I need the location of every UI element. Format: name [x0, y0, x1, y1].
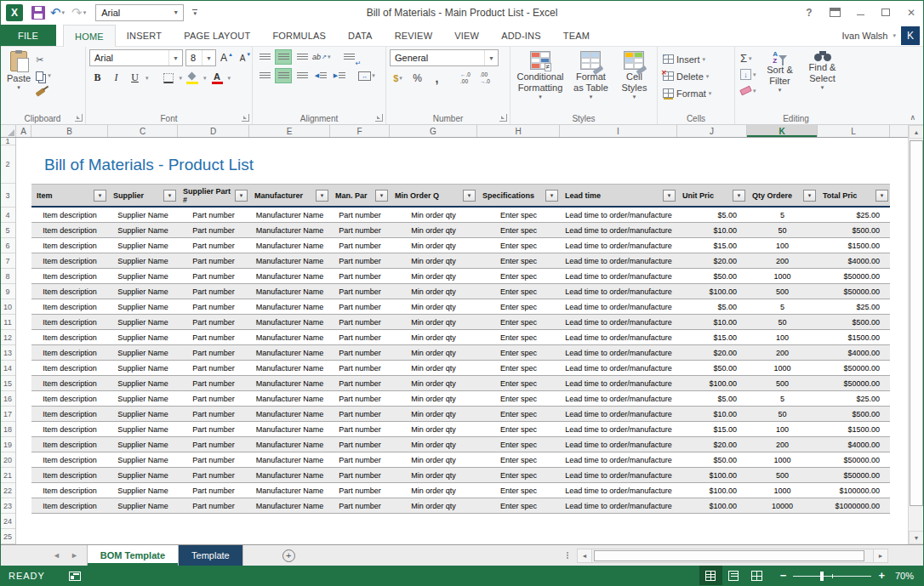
table-cell[interactable]: $50000.00: [818, 269, 890, 283]
table-cell[interactable]: Part number: [178, 483, 249, 498]
table-cell[interactable]: Part number: [178, 284, 249, 299]
table-cell[interactable]: Enter spec: [477, 330, 560, 344]
row-header-3[interactable]: 3: [0, 184, 15, 208]
table-cell[interactable]: Item description: [31, 498, 108, 513]
alignment-dialog-launcher[interactable]: [375, 114, 383, 122]
sheet-nav-right-icon[interactable]: ►: [71, 551, 78, 560]
tab-file[interactable]: FILE: [0, 25, 56, 46]
table-cell[interactable]: $20.00: [677, 253, 747, 268]
table-cell[interactable]: $50.00: [677, 269, 747, 283]
minimize-button[interactable]: [847, 0, 873, 25]
filter-dropdown-button[interactable]: ▼: [94, 190, 106, 202]
table-cell[interactable]: Part number: [330, 208, 390, 222]
table-cell[interactable]: Supplier Name: [108, 468, 178, 482]
middle-align-button[interactable]: [275, 49, 292, 65]
table-cell[interactable]: Supplier Name: [108, 422, 178, 436]
table-cell[interactable]: Part number: [330, 345, 390, 360]
undo-button[interactable]: ↶▾: [48, 3, 66, 22]
table-cell[interactable]: Item description: [31, 345, 108, 360]
table-cell[interactable]: Part number: [178, 468, 249, 482]
normal-view-button[interactable]: [699, 566, 722, 586]
table-cell[interactable]: Min order qty: [390, 452, 477, 467]
table-cell[interactable]: $25.00: [818, 299, 890, 314]
table-cell[interactable]: Min order qty: [390, 330, 477, 344]
table-cell[interactable]: Part number: [178, 376, 249, 390]
table-cell[interactable]: Part number: [330, 498, 390, 513]
qat-customize-button[interactable]: ▾: [192, 9, 197, 15]
chevron-down-icon[interactable]: ▾: [821, 84, 824, 91]
copy-button[interactable]: ▾: [34, 69, 53, 82]
table-cell[interactable]: Supplier Name: [108, 498, 178, 513]
table-cell[interactable]: Item description: [31, 376, 108, 390]
table-cell[interactable]: Part number: [330, 437, 390, 452]
table-cell[interactable]: Part number: [330, 284, 390, 299]
table-cell[interactable]: Enter spec: [477, 468, 560, 482]
column-header-J[interactable]: J: [677, 125, 747, 137]
chevron-down-icon[interactable]: ▼: [168, 9, 183, 15]
table-cell[interactable]: 100: [747, 238, 818, 253]
row-header-12[interactable]: 12: [0, 330, 15, 345]
table-cell[interactable]: Part number: [330, 299, 390, 314]
table-cell[interactable]: Lead time to order/manufacture: [560, 391, 677, 406]
chevron-down-icon[interactable]: ▾: [633, 94, 636, 100]
chevron-down-icon[interactable]: ▾: [749, 55, 752, 62]
bom-column-header[interactable]: Item▼: [31, 185, 108, 206]
table-cell[interactable]: $500.00: [818, 315, 890, 329]
table-cell[interactable]: Enter spec: [477, 315, 560, 329]
table-cell[interactable]: Lead time to order/manufacture: [560, 407, 677, 421]
table-cell[interactable]: Enter spec: [477, 238, 560, 253]
table-cell[interactable]: Supplier Name: [108, 452, 178, 467]
accounting-format-button[interactable]: $▾: [390, 70, 406, 86]
filter-dropdown-button[interactable]: ▼: [463, 190, 476, 202]
table-cell[interactable]: Part number: [330, 407, 390, 421]
table-cell[interactable]: Part number: [330, 452, 390, 467]
table-cell[interactable]: Item description: [31, 437, 108, 452]
table-cell[interactable]: $5.00: [677, 391, 747, 406]
column-header-F[interactable]: F: [330, 125, 390, 137]
table-cell[interactable]: Lead time to order/manufacture: [560, 437, 677, 452]
fill-color-button[interactable]: [185, 70, 201, 86]
bottom-align-button[interactable]: [294, 49, 311, 65]
chevron-down-icon[interactable]: ▾: [203, 75, 207, 82]
table-cell[interactable]: $500.00: [818, 407, 890, 421]
table-cell[interactable]: Lead time to order/manufacture: [560, 422, 677, 436]
table-cell[interactable]: $50000.00: [818, 376, 890, 390]
table-cell[interactable]: 1000: [747, 361, 818, 375]
filter-dropdown-button[interactable]: ▼: [375, 190, 388, 202]
table-cell[interactable]: Item description: [31, 269, 108, 283]
zoom-out-button[interactable]: −: [780, 572, 787, 580]
number-format-combobox[interactable]: General▼: [390, 49, 499, 66]
cell-styles-button[interactable]: Cell Styles ▾: [615, 49, 653, 112]
table-cell[interactable]: Manufacturer Name: [249, 238, 330, 253]
tab-formulas[interactable]: FORMULAS: [261, 25, 337, 46]
table-cell[interactable]: Enter spec: [477, 269, 560, 283]
row-header-17[interactable]: 17: [0, 407, 15, 422]
row-header-20[interactable]: 20: [0, 452, 15, 468]
table-cell[interactable]: $500.00: [818, 223, 890, 237]
table-cell[interactable]: 5: [747, 391, 818, 406]
table-cell[interactable]: 50: [747, 407, 818, 421]
table-cell[interactable]: Part number: [178, 422, 249, 436]
chevron-down-icon[interactable]: ▾: [62, 9, 66, 16]
new-sheet-button[interactable]: +: [282, 549, 295, 562]
find-select-button[interactable]: Find & Select ▾: [802, 49, 843, 112]
table-cell[interactable]: Item description: [31, 361, 108, 375]
table-cell[interactable]: $100.00: [677, 468, 747, 482]
table-cell[interactable]: Part number: [178, 498, 249, 513]
table-cell[interactable]: Enter spec: [477, 345, 560, 360]
chevron-down-icon[interactable]: ▾: [399, 75, 402, 82]
maximize-button[interactable]: [873, 0, 898, 25]
tab-insert[interactable]: INSERT: [116, 25, 173, 46]
table-cell[interactable]: $20.00: [677, 437, 747, 452]
clipboard-dialog-launcher[interactable]: [75, 114, 83, 122]
table-cell[interactable]: Enter spec: [477, 437, 560, 452]
format-cells-button[interactable]: Format▾: [661, 86, 713, 100]
merge-center-button[interactable]: ↔▾: [358, 68, 375, 83]
table-cell[interactable]: Min order qty: [390, 391, 477, 406]
table-cell[interactable]: Item description: [31, 253, 108, 268]
chevron-down-icon[interactable]: ▾: [83, 9, 87, 16]
table-cell[interactable]: $15.00: [677, 238, 747, 253]
table-cell[interactable]: Supplier Name: [108, 361, 178, 375]
close-button[interactable]: ✕: [898, 0, 924, 25]
row-header-18[interactable]: 18: [0, 422, 15, 437]
